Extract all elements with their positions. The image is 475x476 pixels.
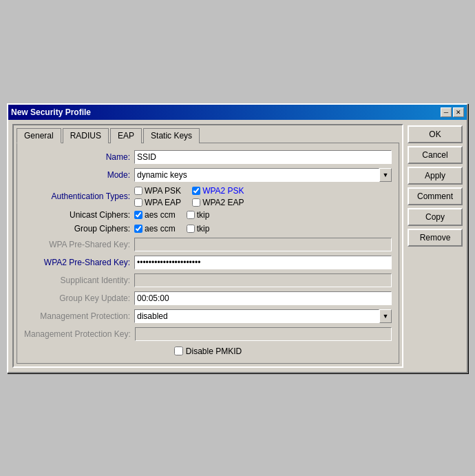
group-label: Group Ciphers: (24, 224, 134, 234)
mode-input[interactable] (134, 168, 379, 182)
group-aes-ccm-label[interactable]: aes ccm (134, 224, 176, 234)
mgmt-protection-dropdown-btn[interactable]: ▼ (379, 309, 392, 323)
unicast-tkip-label[interactable]: tkip (187, 210, 210, 220)
apply-button[interactable]: Apply (408, 167, 463, 185)
supplicant-row: Supplicant Identity: (24, 273, 392, 287)
wpa2-eap-text: WPA2 EAP (202, 198, 244, 207)
unicast-tkip-text: tkip (197, 210, 210, 220)
group-tkip-text: tkip (197, 224, 210, 234)
auth-types-row: Authentication Types: WPA PSK WPA2 PSK (24, 186, 392, 207)
tab-bar: General RADIUS EAP Static Keys (14, 125, 402, 143)
wpa2-psk-row: WPA2 Pre-Shared Key: (24, 256, 392, 269)
wpa-psk-label-field: WPA Pre-Shared Key: (24, 240, 134, 249)
close-button[interactable]: ✕ (453, 107, 464, 117)
supplicant-input (134, 273, 392, 287)
mgmt-protection-label: Management Protection: (24, 311, 134, 321)
unicast-aes-ccm-checkbox[interactable] (134, 211, 142, 219)
auth-option-row-1: WPA PSK WPA2 PSK (134, 186, 244, 196)
window-title: New Security Profile (11, 107, 91, 117)
mgmt-protection-key-label: Management Protection Key: (24, 329, 135, 339)
right-buttons: OK Cancel Apply Comment Copy Remove (408, 124, 463, 368)
group-key-label: Group Key Update: (24, 293, 134, 303)
name-label: Name: (24, 152, 134, 162)
mgmt-protection-key-row: Management Protection Key: (24, 327, 392, 341)
name-row: Name: (24, 150, 392, 164)
group-ciphers-row: Group Ciphers: aes ccm tkip (24, 224, 392, 234)
tab-radius[interactable]: RADIUS (63, 128, 109, 143)
wpa-eap-checkbox[interactable] (134, 198, 142, 207)
auth-types-label: Authentication Types: (24, 192, 134, 201)
auth-options: WPA PSK WPA2 PSK WPA EAP (134, 186, 244, 207)
wpa2-psk-label-field: WPA2 Pre-Shared Key: (24, 258, 134, 267)
tab-eap[interactable]: EAP (110, 128, 142, 143)
mode-dropdown-btn[interactable]: ▼ (379, 168, 392, 182)
mode-dropdown-container: ▼ (134, 168, 392, 182)
wpa2-eap-checkbox[interactable] (192, 198, 200, 207)
group-tkip-label[interactable]: tkip (187, 224, 210, 234)
unicast-options: aes ccm tkip (134, 210, 209, 220)
tab-general[interactable]: General (17, 128, 61, 143)
cancel-button[interactable]: Cancel (408, 146, 463, 164)
group-key-input[interactable] (134, 291, 392, 305)
unicast-label: Unicast Ciphers: (24, 210, 134, 220)
wpa2-psk-text: WPA2 PSK (202, 186, 244, 196)
name-input[interactable] (134, 150, 392, 164)
tab-static-keys[interactable]: Static Keys (143, 128, 200, 143)
group-tkip-checkbox[interactable] (187, 225, 195, 233)
remove-button[interactable]: Remove (408, 229, 463, 247)
unicast-tkip-checkbox[interactable] (187, 211, 195, 219)
auth-option-row-2: WPA EAP WPA2 EAP (134, 198, 244, 207)
unicast-aes-ccm-text: aes ccm (145, 210, 176, 220)
wpa-psk-label[interactable]: WPA PSK (134, 186, 181, 196)
disable-pmkid-checkbox[interactable] (174, 346, 183, 355)
mode-row: Mode: ▼ (24, 168, 392, 182)
wpa-psk-row: WPA Pre-Shared Key: (24, 238, 392, 251)
comment-button[interactable]: Comment (408, 187, 463, 205)
group-options: aes ccm tkip (134, 224, 209, 234)
unicast-ciphers-row: Unicast Ciphers: aes ccm tkip (24, 210, 392, 220)
wpa-eap-text: WPA EAP (145, 198, 181, 207)
title-bar-buttons: ─ ✕ (441, 107, 464, 117)
minimize-button[interactable]: ─ (441, 107, 452, 117)
ok-button[interactable]: OK (408, 125, 463, 143)
copy-button[interactable]: Copy (408, 208, 463, 226)
wpa2-eap-label[interactable]: WPA2 EAP (192, 198, 244, 207)
group-key-row: Group Key Update: (24, 291, 392, 305)
group-aes-ccm-text: aes ccm (145, 224, 176, 234)
window-body: General RADIUS EAP Static Keys Name: Mod… (8, 120, 467, 372)
disable-pmkid-row: Disable PMKID (24, 346, 392, 356)
title-bar: New Security Profile ─ ✕ (8, 105, 467, 120)
wpa2-psk-label[interactable]: WPA2 PSK (192, 186, 244, 196)
mode-label: Mode: (24, 170, 134, 180)
mgmt-protection-row: Management Protection: ▼ (24, 309, 392, 323)
wpa-psk-text: WPA PSK (145, 186, 181, 196)
mgmt-protection-dropdown-container: ▼ (134, 309, 392, 323)
main-window: New Security Profile ─ ✕ General RADIUS … (7, 103, 468, 373)
group-aes-ccm-checkbox[interactable] (134, 225, 142, 233)
mgmt-protection-input[interactable] (134, 309, 379, 323)
tab-content-general: Name: Mode: ▼ Authentication Types: (17, 143, 399, 364)
wpa-psk-input (134, 238, 392, 251)
disable-pmkid-label: Disable PMKID (186, 346, 242, 356)
main-area: General RADIUS EAP Static Keys Name: Mod… (12, 124, 403, 368)
supplicant-label: Supplicant Identity: (24, 276, 134, 285)
wpa2-psk-input[interactable] (134, 256, 392, 269)
wpa-psk-checkbox[interactable] (134, 187, 142, 195)
wpa-eap-label[interactable]: WPA EAP (134, 198, 181, 207)
unicast-aes-ccm-label[interactable]: aes ccm (134, 210, 176, 220)
wpa2-psk-checkbox[interactable] (192, 187, 200, 195)
mgmt-protection-key-input (135, 327, 392, 341)
